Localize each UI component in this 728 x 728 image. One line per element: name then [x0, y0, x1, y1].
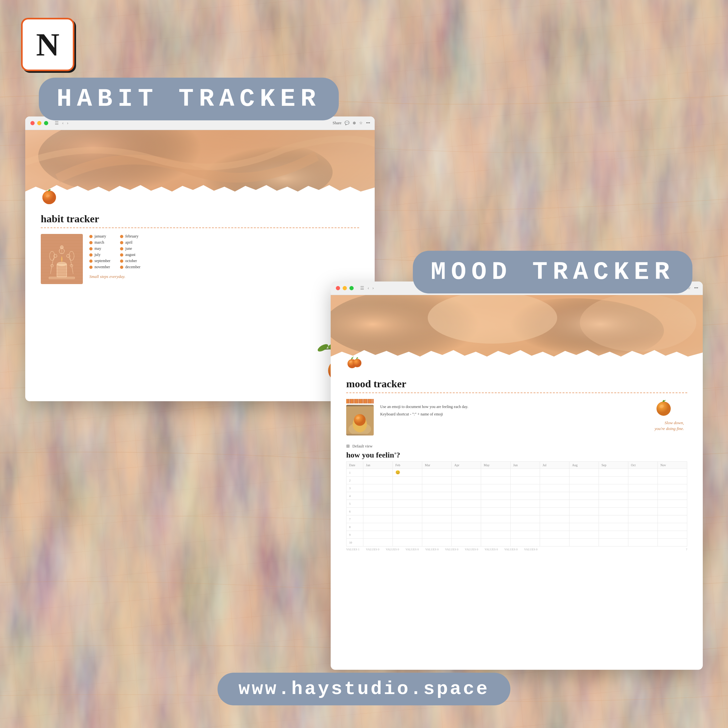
mood-tl-green[interactable]: [349, 286, 354, 290]
table-cell[interactable]: [629, 515, 658, 523]
table-cell[interactable]: [540, 469, 569, 477]
table-cell[interactable]: [481, 484, 511, 492]
table-cell[interactable]: [599, 523, 629, 531]
table-cell[interactable]: [658, 531, 687, 539]
table-cell[interactable]: [540, 539, 569, 546]
table-cell[interactable]: [569, 492, 599, 500]
table-cell[interactable]: [422, 523, 452, 531]
table-cell[interactable]: [422, 492, 452, 500]
table-cell[interactable]: [481, 469, 511, 477]
table-cell[interactable]: [511, 469, 540, 477]
table-cell[interactable]: 😊: [393, 469, 422, 477]
table-col-header[interactable]: Feb: [393, 462, 422, 469]
table-cell[interactable]: [422, 469, 452, 477]
table-cell[interactable]: [363, 531, 393, 539]
share-label[interactable]: Share: [333, 121, 341, 125]
month-item[interactable]: june: [120, 246, 141, 251]
table-cell[interactable]: [569, 531, 599, 539]
table-cell[interactable]: 10: [347, 539, 363, 546]
table-cell[interactable]: [569, 508, 599, 515]
table-cell[interactable]: 5: [347, 500, 363, 508]
table-cell[interactable]: [540, 508, 569, 515]
table-cell[interactable]: [540, 484, 569, 492]
table-cell[interactable]: [629, 500, 658, 508]
table-cell[interactable]: [422, 531, 452, 539]
table-cell[interactable]: [363, 515, 393, 523]
table-cell[interactable]: [422, 500, 452, 508]
table-cell[interactable]: 4: [347, 492, 363, 500]
table-cell[interactable]: [658, 515, 687, 523]
table-cell[interactable]: [569, 477, 599, 484]
table-cell[interactable]: [540, 477, 569, 484]
table-cell[interactable]: [511, 492, 540, 500]
table-cell[interactable]: [422, 515, 452, 523]
table-cell[interactable]: [363, 508, 393, 515]
table-cell[interactable]: [363, 523, 393, 531]
table-cell[interactable]: [511, 515, 540, 523]
table-cell[interactable]: 1: [347, 469, 363, 477]
table-cell[interactable]: [452, 531, 481, 539]
share-icon3[interactable]: ☆: [359, 121, 363, 125]
table-cell[interactable]: [481, 523, 511, 531]
table-cell[interactable]: [422, 477, 452, 484]
table-cell[interactable]: [393, 484, 422, 492]
table-cell[interactable]: [481, 500, 511, 508]
table-cell[interactable]: [511, 477, 540, 484]
table-cell[interactable]: [422, 539, 452, 546]
table-cell[interactable]: [481, 515, 511, 523]
month-item[interactable]: march: [89, 240, 110, 245]
table-cell[interactable]: [599, 500, 629, 508]
table-cell[interactable]: [540, 531, 569, 539]
month-item[interactable]: august: [120, 252, 141, 257]
month-item[interactable]: april: [120, 240, 141, 245]
table-cell[interactable]: [422, 508, 452, 515]
table-cell[interactable]: 7: [347, 515, 363, 523]
table-cell[interactable]: [569, 539, 599, 546]
table-cell[interactable]: [393, 500, 422, 508]
table-cell[interactable]: 2: [347, 477, 363, 484]
table-cell[interactable]: [452, 492, 481, 500]
table-cell[interactable]: [363, 477, 393, 484]
table-cell[interactable]: [363, 539, 393, 546]
table-cell[interactable]: [363, 469, 393, 477]
table-cell[interactable]: [363, 492, 393, 500]
mood-back-icon[interactable]: ‹: [367, 286, 369, 291]
table-cell[interactable]: [393, 508, 422, 515]
table-cell[interactable]: [629, 492, 658, 500]
table-cell[interactable]: 3: [347, 484, 363, 492]
mood-forward-icon[interactable]: ›: [372, 286, 374, 291]
table-cell[interactable]: 8: [347, 523, 363, 531]
table-col-header[interactable]: Jan: [363, 462, 393, 469]
table-col-header[interactable]: Apr: [452, 462, 481, 469]
month-item[interactable]: may: [89, 246, 110, 251]
table-cell[interactable]: [629, 477, 658, 484]
forward-icon[interactable]: ›: [67, 121, 69, 126]
table-cell[interactable]: [629, 508, 658, 515]
table-cell[interactable]: [511, 508, 540, 515]
table-cell[interactable]: [452, 523, 481, 531]
month-item[interactable]: january: [89, 234, 110, 239]
table-cell[interactable]: [481, 531, 511, 539]
table-cell[interactable]: [658, 492, 687, 500]
table-cell[interactable]: [658, 477, 687, 484]
month-item[interactable]: november: [89, 265, 110, 269]
share-icon1[interactable]: 💬: [344, 121, 349, 125]
table-cell[interactable]: [511, 500, 540, 508]
table-cell[interactable]: [599, 515, 629, 523]
share-icon2[interactable]: ⊕: [353, 121, 356, 125]
table-cell[interactable]: [658, 523, 687, 531]
table-cell[interactable]: [481, 539, 511, 546]
month-item[interactable]: february: [120, 234, 141, 239]
table-cell[interactable]: [629, 539, 658, 546]
table-cell[interactable]: [540, 492, 569, 500]
mood-tl-red[interactable]: [336, 286, 340, 290]
table-cell[interactable]: [599, 484, 629, 492]
table-cell[interactable]: [599, 508, 629, 515]
table-cell[interactable]: [540, 500, 569, 508]
month-item[interactable]: october: [120, 258, 141, 263]
table-cell[interactable]: [629, 531, 658, 539]
table-cell[interactable]: [569, 484, 599, 492]
table-cell[interactable]: [363, 484, 393, 492]
table-cell[interactable]: [658, 484, 687, 492]
table-cell[interactable]: [599, 469, 629, 477]
